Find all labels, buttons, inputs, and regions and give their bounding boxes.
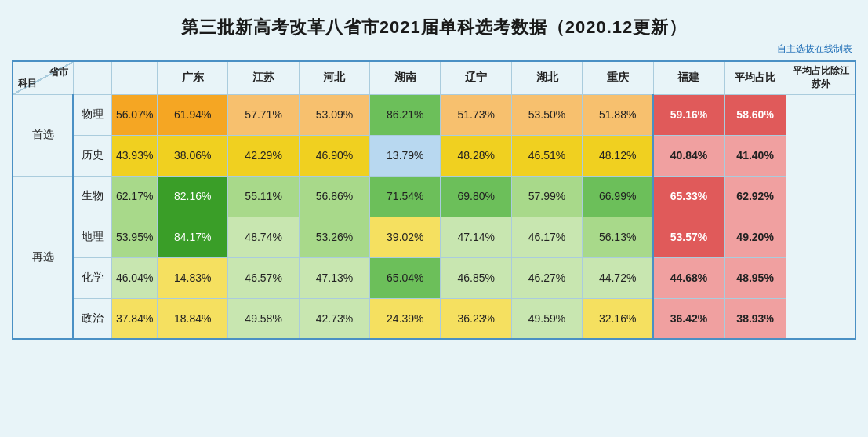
data-cell: 39.02%	[370, 217, 441, 257]
table-row: 化学46.04%14.83%46.57%47.13%65.04%46.85%46…	[13, 257, 855, 298]
table-row: 政治37.84%18.84%49.58%42.73%24.39%36.23%49…	[13, 298, 855, 339]
data-cell: 84.17%	[158, 217, 228, 257]
avg-cell: 53.57%	[653, 217, 724, 257]
header-row: 省市 科目 广东 江苏 河北 湖南 辽宁 湖北 重庆 福建 平均占比 平均占比除…	[13, 61, 855, 94]
subject-cell: 生物	[73, 176, 112, 217]
data-cell: 48.28%	[441, 135, 511, 176]
data-cell: 46.57%	[228, 257, 299, 298]
data-cell: 43.93%	[112, 135, 158, 176]
avg2-header: 平均占比除江苏外	[786, 61, 855, 94]
data-cell: 32.16%	[583, 298, 653, 339]
data-cell: 49.58%	[228, 298, 299, 339]
data-cell: 18.84%	[158, 298, 228, 339]
data-cell: 14.83%	[158, 257, 228, 298]
data-cell: 47.14%	[441, 217, 511, 257]
table-row: 地理53.95%84.17%48.74%53.26%39.02%47.14%46…	[13, 217, 855, 257]
main-container: 第三批新高考改革八省市2021届单科选考数据（2020.12更新） 自主选拔在线…	[0, 0, 868, 437]
source-label: 自主选拔在线制表	[12, 42, 856, 60]
diag-top-label: 省市	[49, 66, 68, 79]
data-cell: 62.17%	[112, 176, 158, 217]
subject-cell: 化学	[73, 257, 112, 298]
data-cell: 46.27%	[511, 257, 582, 298]
data-cell: 69.80%	[441, 176, 511, 217]
data-cell: 46.85%	[441, 257, 511, 298]
data-cell: 46.17%	[511, 217, 582, 257]
avg-cell: 65.33%	[653, 176, 724, 217]
avg2-cell: 38.93%	[724, 298, 786, 339]
data-cell: 42.29%	[228, 135, 299, 176]
group-cell: 首选	[13, 94, 73, 176]
data-cell: 13.79%	[370, 135, 441, 176]
data-table: 省市 科目 广东 江苏 河北 湖南 辽宁 湖北 重庆 福建 平均占比 平均占比除…	[12, 60, 856, 340]
data-cell: 56.13%	[583, 217, 653, 257]
data-cell: 61.94%	[158, 94, 228, 135]
data-cell: 51.88%	[583, 94, 653, 135]
province-header-jiangsu: 江苏	[228, 61, 299, 94]
avg-cell: 59.16%	[653, 94, 724, 135]
data-cell: 47.13%	[299, 257, 369, 298]
data-cell: 51.73%	[441, 94, 511, 135]
data-cell: 36.23%	[441, 298, 511, 339]
data-cell: 38.06%	[158, 135, 228, 176]
data-cell: 49.59%	[511, 298, 582, 339]
province-header-hebei: 河北	[299, 61, 369, 94]
province-header-fujian: 福建	[653, 61, 724, 94]
avg2-cell: 49.20%	[724, 217, 786, 257]
page-title: 第三批新高考改革八省市2021届单科选考数据（2020.12更新）	[12, 8, 856, 42]
diagonal-header: 省市 科目	[13, 61, 73, 94]
data-cell: 56.07%	[112, 94, 158, 135]
avg-header: 平均占比	[724, 61, 786, 94]
data-cell: 56.86%	[299, 176, 369, 217]
avg-cell: 44.68%	[653, 257, 724, 298]
data-cell: 42.73%	[299, 298, 369, 339]
data-cell: 53.95%	[112, 217, 158, 257]
data-cell: 46.90%	[299, 135, 369, 176]
data-cell: 46.51%	[511, 135, 582, 176]
data-cell: 71.54%	[370, 176, 441, 217]
avg-cell: 40.84%	[653, 135, 724, 176]
subject-cell: 地理	[73, 217, 112, 257]
avg2-cell: 62.92%	[724, 176, 786, 217]
avg2-cell: 48.95%	[724, 257, 786, 298]
data-cell: 44.72%	[583, 257, 653, 298]
province-header-hunan: 湖南	[370, 61, 441, 94]
table-row: 首选物理56.07%61.94%57.71%53.09%86.21%51.73%…	[13, 94, 855, 135]
data-cell: 48.12%	[583, 135, 653, 176]
data-cell: 82.16%	[158, 176, 228, 217]
diag-bottom-label: 科目	[18, 77, 37, 90]
subject-header	[112, 61, 158, 94]
avg2-cell: 41.40%	[724, 135, 786, 176]
subject-cell: 物理	[73, 94, 112, 135]
data-cell: 55.11%	[228, 176, 299, 217]
data-cell: 53.09%	[299, 94, 369, 135]
data-cell: 57.71%	[228, 94, 299, 135]
province-header-guangdong: 广东	[158, 61, 228, 94]
table-row: 再选生物62.17%82.16%55.11%56.86%71.54%69.80%…	[13, 176, 855, 217]
data-cell: 24.39%	[370, 298, 441, 339]
subject-cell: 历史	[73, 135, 112, 176]
province-header-hubei: 湖北	[511, 61, 582, 94]
province-header-chongqing: 重庆	[583, 61, 653, 94]
avg-cell: 36.42%	[653, 298, 724, 339]
group-header	[73, 61, 112, 94]
table-row: 历史43.93%38.06%42.29%46.90%13.79%48.28%46…	[13, 135, 855, 176]
data-cell: 46.04%	[112, 257, 158, 298]
data-cell: 37.84%	[112, 298, 158, 339]
data-cell: 66.99%	[583, 176, 653, 217]
data-cell: 53.50%	[511, 94, 582, 135]
data-cell: 86.21%	[370, 94, 441, 135]
data-cell: 53.26%	[299, 217, 369, 257]
data-cell: 48.74%	[228, 217, 299, 257]
subject-cell: 政治	[73, 298, 112, 339]
data-cell: 57.99%	[511, 176, 582, 217]
avg2-cell: 58.60%	[724, 94, 786, 135]
data-cell: 65.04%	[370, 257, 441, 298]
group-cell: 再选	[13, 176, 73, 339]
province-header-liaoning: 辽宁	[441, 61, 511, 94]
